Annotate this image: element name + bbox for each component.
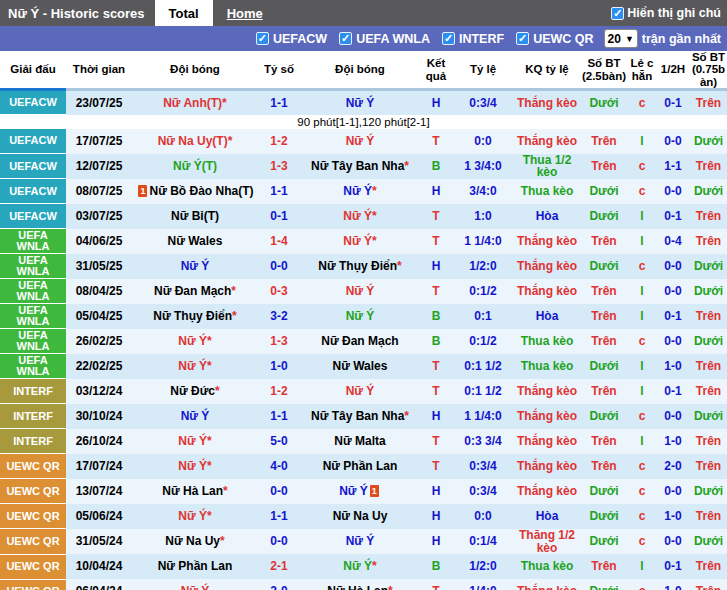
result-cell: T	[420, 129, 452, 154]
star-marker: *	[223, 484, 228, 498]
half-score-cell: 1-0	[656, 504, 690, 529]
goals-25-cell: Dưới	[580, 404, 628, 429]
checkbox-interf[interactable]: ✓	[442, 32, 455, 45]
team-name: Nữ Ý	[178, 334, 207, 348]
odd-even-cell: c	[628, 90, 656, 115]
team-name: Nữ Ý(T)	[173, 159, 217, 173]
table-row[interactable]: UEFA WNLA31/05/25Nữ Ý0-0Nữ Thụy Điển*H1/…	[0, 254, 727, 279]
team-name: Nữ Ý	[343, 209, 372, 223]
table-row[interactable]: UEWC QR17/07/24Nữ Ý*4-0Nữ Phần LanT0:3/4…	[0, 454, 727, 479]
col-header-1-2h-10: 1/2H	[656, 51, 690, 90]
checkbox-uefa-wnla[interactable]: ✓	[339, 32, 352, 45]
goals-075-cell: Trên	[690, 504, 727, 529]
star-marker: *	[404, 409, 409, 423]
goals-075-cell: Trên	[690, 454, 727, 479]
team-cell: Nữ Ý*	[300, 179, 420, 204]
score-cell: 4-0	[258, 454, 300, 479]
goals-075-cell: Trên	[690, 554, 727, 579]
table-row[interactable]: UEWC QR10/04/24Nữ Phần Lan2-1Nữ Ý*B1/2:0…	[0, 554, 727, 579]
team-name: Nữ Đan Mạch	[154, 284, 231, 298]
show-notes-checkbox[interactable]: ✓	[611, 7, 624, 20]
table-row[interactable]: UEFA WNLA26/02/25Nữ Ý*1-3Nữ Đan MạchB0:1…	[0, 329, 727, 354]
odds-cell: 1 1/4:0	[452, 404, 514, 429]
score-cell: 1-2	[258, 379, 300, 404]
table-row[interactable]: UEFACW03/07/25Nữ Bỉ(T)0-1Nữ Ý*T1:0HòaDướ…	[0, 204, 727, 229]
team-cell: Nữ Ý	[132, 404, 258, 429]
result-cell: T	[420, 279, 452, 304]
match-date: 23/07/25	[66, 90, 132, 115]
odds-result-cell: Thắng kèo	[514, 479, 580, 504]
score-cell: 2-0	[258, 579, 300, 590]
odd-even-cell: c	[628, 529, 656, 554]
goals-25-cell: Dưới	[580, 204, 628, 229]
odds-result-cell: Thắng kèo	[514, 379, 580, 404]
goals-25-cell: Dưới	[580, 504, 628, 529]
league-badge: UEFA WNLA	[0, 304, 66, 329]
team-cell: Nữ Ý	[300, 129, 420, 154]
table-row[interactable]: UEFACW23/07/25Nữ Anh(T)*1-1Nữ ÝH0:3/4Thắ…	[0, 90, 727, 115]
half-score-cell: 1-0	[656, 429, 690, 454]
score-cell: 1-3	[258, 154, 300, 179]
league-badge: INTERF	[0, 429, 66, 454]
star-marker: *	[207, 334, 212, 348]
team-cell: Nữ Na Uy(T)*	[132, 129, 258, 154]
goals-25-cell: Dưới	[580, 354, 628, 379]
table-row[interactable]: UEFA WNLA08/04/25Nữ Đan Mạch*0-3Nữ ÝT0:1…	[0, 279, 727, 304]
team-cell: Nữ Ý*	[132, 329, 258, 354]
team-name: Nữ Ý	[346, 284, 375, 298]
star-marker: *	[372, 209, 377, 223]
checkbox-uefacw[interactable]: ✓	[256, 32, 269, 45]
team-cell: Nữ Wales	[132, 229, 258, 254]
table-row[interactable]: UEWC QR06/04/24Nữ Ý2-0Nữ Hà Lan*T1/4:0Th…	[0, 579, 727, 590]
odds-result-cell: Thua 1/2 kèo	[514, 154, 580, 179]
team-cell: Nữ Ý*	[300, 229, 420, 254]
goals-075-cell: Trên	[690, 354, 727, 379]
tab-home[interactable]: Home	[213, 0, 277, 26]
table-row[interactable]: UEFACW17/07/25Nữ Na Uy(T)*1-2Nữ ÝT0:0Thắ…	[0, 129, 727, 154]
table-row[interactable]: UEWC QR13/07/24Nữ Hà Lan*0-0Nữ Ý1H0:3/4T…	[0, 479, 727, 504]
half-score-cell: 0-1	[656, 379, 690, 404]
tab-total[interactable]: Total	[155, 0, 213, 26]
match-date: 17/07/24	[66, 454, 132, 479]
score-cell: 0-3	[258, 279, 300, 304]
odds-result-cell: Thắng kèo	[514, 90, 580, 115]
title-bar: Nữ Ý - Historic scores Total Home ✓ Hiển…	[0, 0, 727, 26]
table-row[interactable]: UEWC QR31/05/24Nữ Na Uy*0-0Nữ ÝH0:1/4Thắ…	[0, 529, 727, 554]
table-row[interactable]: UEFACW08/07/251Nữ Bồ Đào Nha(T)1-1Nữ Ý*H…	[0, 179, 727, 204]
goals-075-cell: Dưới	[690, 329, 727, 354]
team-name: Nữ Thụy Điển	[318, 259, 397, 273]
table-row[interactable]: UEWC QR05/06/24Nữ Ý*1-1Nữ Na UyH0:0HòaDư…	[0, 504, 727, 529]
table-header-row: Giải đấuThời gianĐội bóngTỷ sốĐội bóngKế…	[0, 51, 727, 90]
star-marker: *	[207, 434, 212, 448]
table-row[interactable]: UEFACW12/07/25Nữ Ý(T)1-3Nữ Tây Ban Nha*B…	[0, 154, 727, 179]
odds-result-cell: Thắng kèo	[514, 254, 580, 279]
goals-25-cell: Trên	[580, 554, 628, 579]
table-row[interactable]: UEFA WNLA22/02/25Nữ Ý*1-0Nữ WalesT0:1 1/…	[0, 354, 727, 379]
league-badge: UEFA WNLA	[0, 229, 66, 254]
result-cell: B	[420, 154, 452, 179]
half-score-cell: 0-0	[656, 404, 690, 429]
half-score-cell: 0-0	[656, 179, 690, 204]
table-row[interactable]: INTERF26/10/24Nữ Ý*5-0Nữ MaltaT0:3 3/4Th…	[0, 429, 727, 454]
table-row[interactable]: UEFA WNLA05/04/25Nữ Thụy Điển*3-2Nữ ÝB0:…	[0, 304, 727, 329]
table-row[interactable]: INTERF30/10/24Nữ Ý1-1Nữ Tây Ban Nha*H1 1…	[0, 404, 727, 429]
team-cell: Nữ Ý	[300, 90, 420, 115]
goals-075-cell: Trên	[690, 204, 727, 229]
odd-even-cell: l	[628, 129, 656, 154]
odds-cell: 0:1	[452, 304, 514, 329]
team-cell: Nữ Ý*	[300, 204, 420, 229]
odd-even-cell: l	[628, 204, 656, 229]
table-row[interactable]: UEFA WNLA04/06/25Nữ Wales1-4Nữ Ý*T1 1/4:…	[0, 229, 727, 254]
odd-even-cell: l	[628, 379, 656, 404]
match-date: 12/07/25	[66, 154, 132, 179]
recent-count-select[interactable]: 20 ▼	[604, 29, 638, 48]
odds-result-cell: Hòa	[514, 504, 580, 529]
titlebar-spacer	[277, 0, 611, 26]
checkbox-uewc-qr[interactable]: ✓	[516, 32, 529, 45]
table-row[interactable]: INTERF03/12/24Nữ Đức*1-2Nữ ÝT0:1 1/2Thắn…	[0, 379, 727, 404]
odd-even-cell: c	[628, 454, 656, 479]
half-score-cell: 1-0	[656, 579, 690, 590]
league-badge: UEWC QR	[0, 554, 66, 579]
goals-075-cell: Dưới	[690, 479, 727, 504]
odds-cell: 0:0	[452, 504, 514, 529]
